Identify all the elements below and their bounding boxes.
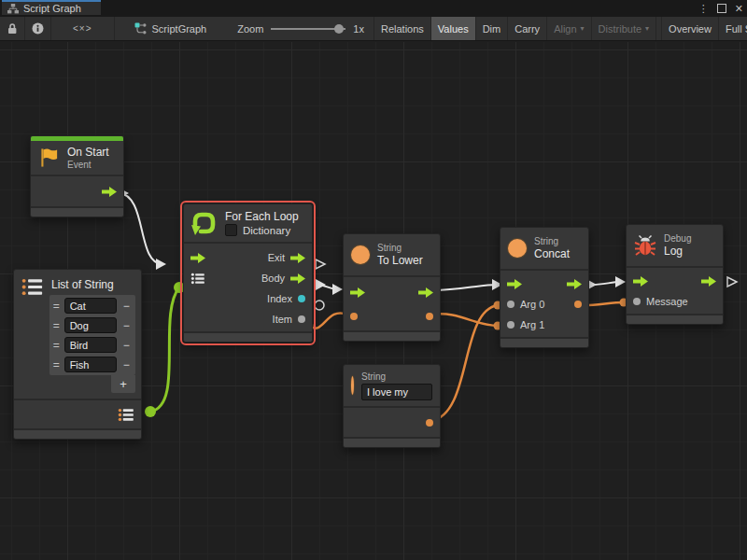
- drag-handle-icon[interactable]: =: [52, 319, 61, 332]
- result-out-port[interactable]: [574, 301, 582, 308]
- window-close-icon[interactable]: ✕: [735, 3, 743, 15]
- string-value-input[interactable]: [361, 384, 432, 400]
- node-list-of-string[interactable]: List of String = − = −: [13, 269, 142, 440]
- wire-tolower-concat-flow[interactable]: [432, 285, 498, 290]
- edit-graph-button[interactable]: <×>: [51, 17, 115, 40]
- add-item-button[interactable]: +: [111, 375, 135, 393]
- list-item-row: = −: [52, 296, 133, 315]
- distribute-dropdown[interactable]: Distribute ▾: [592, 17, 656, 40]
- carry-label: Carry: [514, 23, 540, 35]
- list-item-input[interactable]: [64, 317, 117, 333]
- node-concat[interactable]: String Concat Arg 0: [500, 227, 589, 348]
- node-title: Concat: [534, 247, 570, 260]
- node-footer: [344, 332, 440, 341]
- arg1-in-port[interactable]: [507, 321, 514, 329]
- flow-out-port[interactable]: [701, 276, 716, 287]
- flow-in-port[interactable]: [350, 287, 365, 298]
- string-out-port[interactable]: [426, 313, 433, 320]
- item-out-port[interactable]: [298, 315, 305, 323]
- window-maximize-icon[interactable]: [717, 4, 726, 13]
- relations-label: Relations: [381, 23, 424, 35]
- list-item-input[interactable]: [64, 337, 117, 353]
- zoom-slider[interactable]: [271, 23, 345, 35]
- list-item-input[interactable]: [64, 357, 117, 372]
- node-log[interactable]: Debug Log Message: [626, 224, 724, 325]
- overview-button[interactable]: Overview: [661, 17, 719, 40]
- string-out-port[interactable]: [426, 419, 433, 427]
- wire-item-tolower[interactable]: [309, 313, 347, 328]
- string-list-widget: = − = − =: [49, 295, 135, 393]
- zoom-label: Zoom: [237, 23, 263, 35]
- tab-script-graph[interactable]: Script Graph: [2, 0, 101, 15]
- flow-out-port[interactable]: [567, 279, 582, 289]
- arg0-in-port[interactable]: [507, 301, 514, 308]
- node-string-literal[interactable]: String: [343, 364, 441, 448]
- wire-concat-message[interactable]: [585, 302, 624, 305]
- body-flow-out-port[interactable]: [290, 273, 305, 284]
- values-label: Values: [438, 23, 469, 35]
- node-title: Log: [664, 245, 691, 258]
- dictionary-checkbox[interactable]: [225, 224, 237, 236]
- node-type: String: [361, 371, 432, 382]
- graph-breadcrumb-label: ScriptGraph: [152, 23, 207, 35]
- remove-item-button[interactable]: −: [120, 358, 133, 371]
- port-label-index: Index: [267, 293, 292, 304]
- values-toggle[interactable]: Values: [431, 17, 476, 40]
- flag-icon: [38, 147, 60, 168]
- zoom-slider-knob[interactable]: [334, 24, 344, 34]
- wire-list-foreach[interactable]: [150, 287, 179, 412]
- index-out-port[interactable]: [298, 295, 305, 302]
- graph-canvas[interactable]: On Start Event: [0, 42, 747, 560]
- exit-flow-out-port[interactable]: [290, 253, 305, 263]
- wire-arrow: [316, 279, 326, 290]
- align-dropdown[interactable]: Align ▾: [547, 17, 591, 40]
- log-out-unconnected-indicator[interactable]: [727, 277, 737, 287]
- node-on-start[interactable]: On Start Event: [30, 135, 124, 217]
- drag-handle-icon[interactable]: =: [52, 300, 61, 313]
- flow-in-port[interactable]: [190, 253, 205, 263]
- wire-literal-arg0[interactable]: [431, 305, 498, 421]
- inspect-button[interactable]: [25, 17, 51, 40]
- window-menu-icon[interactable]: ⋮: [698, 3, 709, 15]
- graph-breadcrumb-button[interactable]: ScriptGraph: [128, 17, 214, 40]
- bug-icon: [634, 235, 656, 257]
- string-in-port[interactable]: [350, 313, 358, 320]
- relations-toggle[interactable]: Relations: [374, 17, 431, 40]
- chevron-down-icon: ▾: [581, 24, 585, 33]
- list-item-input[interactable]: [64, 298, 117, 314]
- dim-toggle[interactable]: Dim: [476, 17, 509, 40]
- exit-unconnected-indicator[interactable]: [316, 259, 325, 269]
- align-label: Align: [554, 23, 576, 35]
- script-graph-icon: [134, 22, 147, 35]
- list-out-port[interactable]: [118, 408, 134, 422]
- carry-toggle[interactable]: Carry: [508, 17, 547, 40]
- index-unconnected-indicator[interactable]: [315, 301, 324, 310]
- fullscreen-button[interactable]: Full Screen: [719, 17, 747, 40]
- collection-in-port[interactable]: [190, 273, 205, 285]
- remove-item-button[interactable]: −: [120, 339, 133, 352]
- remove-item-button[interactable]: −: [120, 319, 133, 332]
- chevron-down-icon: ▾: [645, 24, 649, 33]
- drag-handle-icon[interactable]: =: [52, 358, 61, 371]
- port-label-exit: Exit: [268, 252, 285, 263]
- node-to-lower[interactable]: String To Lower: [343, 233, 441, 342]
- wire-tolower-arg1[interactable]: [431, 314, 498, 326]
- lock-button[interactable]: [0, 17, 25, 40]
- dim-label: Dim: [483, 23, 501, 35]
- list-item-row: = −: [52, 335, 133, 355]
- drag-handle-icon[interactable]: =: [52, 339, 61, 352]
- remove-item-button[interactable]: −: [120, 300, 133, 313]
- node-for-each-loop[interactable]: For Each Loop Dictionary Exit: [183, 203, 313, 343]
- node-subtitle: Event: [67, 160, 109, 170]
- flow-in-port[interactable]: [507, 279, 522, 289]
- node-footer: [500, 339, 588, 347]
- wire-onstart-foreach[interactable]: [119, 193, 162, 264]
- node-title: List of String: [51, 278, 135, 291]
- port-label-arg1: Arg 1: [520, 319, 544, 330]
- wire-arrow: [615, 276, 626, 287]
- node-title: For Each Loop: [225, 210, 299, 223]
- flow-in-port[interactable]: [633, 276, 648, 287]
- flow-out-port[interactable]: [418, 287, 433, 298]
- flow-out-port[interactable]: [102, 187, 117, 197]
- message-in-port[interactable]: [633, 298, 641, 305]
